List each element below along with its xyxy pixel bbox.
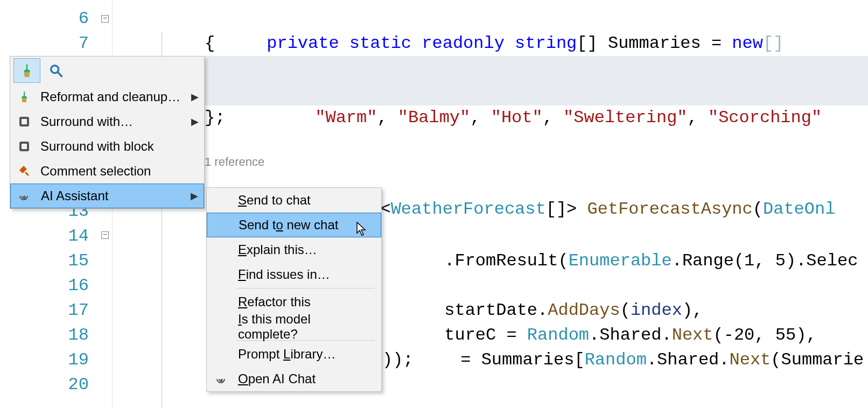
submenu-item-open-ai-chat[interactable]: Open AI Chat bbox=[207, 367, 381, 391]
svg-rect-5 bbox=[22, 119, 27, 124]
type: WeatherForecast bbox=[391, 199, 546, 219]
ai-assistant-submenu[interactable]: Send to chat Send to new chat Explain th… bbox=[206, 187, 382, 392]
spiral-icon bbox=[215, 372, 228, 385]
cleanup-tool-button[interactable] bbox=[13, 58, 40, 83]
menu-item-surround-block[interactable]: Surround with block bbox=[10, 134, 204, 159]
menu-item-comment[interactable]: Comment selection bbox=[10, 159, 204, 184]
submenu-item-find-issues[interactable]: Find issues in… bbox=[207, 262, 381, 287]
broom-icon bbox=[18, 90, 31, 103]
line-number: 16 bbox=[35, 273, 100, 298]
submenu-item-prompt-library[interactable]: Prompt Library… bbox=[207, 342, 381, 367]
type: DateOnl bbox=[763, 199, 835, 219]
text: < bbox=[380, 199, 390, 219]
fold-toggle[interactable] bbox=[101, 15, 109, 23]
line-number: 17 bbox=[35, 298, 100, 323]
broom-icon bbox=[19, 63, 34, 78]
submenu-item-refactor[interactable]: Refactor this bbox=[207, 290, 381, 314]
surround-icon bbox=[18, 115, 31, 128]
inspect-tool-button[interactable] bbox=[43, 58, 69, 83]
magnifier-icon bbox=[48, 63, 64, 78]
line-number: 6 bbox=[35, 6, 100, 31]
text: .FromResult( bbox=[444, 251, 568, 271]
submenu-item-model-complete[interactable]: Is this model complete? bbox=[207, 314, 381, 339]
line-number: 7 bbox=[35, 31, 100, 56]
submenu-arrow-icon: ▶ bbox=[191, 116, 199, 128]
submenu-item-send-to-chat[interactable]: Send to chat bbox=[207, 188, 381, 213]
menu-toolbar bbox=[10, 57, 204, 85]
code-line[interactable]: { bbox=[113, 31, 868, 56]
text: { bbox=[205, 33, 215, 53]
menu-item-reformat[interactable]: Reformat and cleanup… ▶ bbox=[10, 85, 204, 109]
text: }; bbox=[205, 108, 225, 128]
line-number: 15 bbox=[35, 249, 100, 273]
codelens-reference[interactable]: 1 reference bbox=[205, 155, 264, 169]
svg-rect-7 bbox=[22, 144, 27, 149]
hammer-icon bbox=[18, 165, 31, 178]
fold-toggle[interactable] bbox=[101, 231, 109, 239]
line-number: 20 bbox=[35, 372, 100, 397]
text: .Range(1, 5).Selec bbox=[672, 251, 858, 271]
menu-item-label: Surround with… bbox=[40, 114, 133, 129]
submenu-item-label: Explain this… bbox=[238, 242, 317, 257]
svg-rect-0 bbox=[24, 72, 29, 76]
menu-item-ai-assistant[interactable]: AI Assistant ▶ bbox=[10, 184, 204, 208]
line-number: 14 bbox=[35, 224, 100, 249]
text: )); bbox=[382, 350, 414, 370]
text: ( bbox=[753, 199, 763, 219]
submenu-item-label: Send to chat bbox=[238, 193, 311, 208]
submenu-item-label: Is this model complete? bbox=[238, 312, 372, 342]
spiral-icon bbox=[18, 189, 31, 202]
line-number: 19 bbox=[35, 348, 100, 372]
menu-item-label: AI Assistant bbox=[41, 188, 108, 203]
code-line-selected[interactable]: "Freezing", "Bracing", "Chilly", "Cool",… bbox=[113, 56, 868, 81]
menu-item-label: Comment selection bbox=[40, 164, 151, 179]
menu-separator bbox=[237, 288, 375, 289]
code-line-selected[interactable]: "Warm", "Balmy", "Hot", "Sweltering", "S… bbox=[113, 81, 868, 105]
submenu-arrow-icon: ▶ bbox=[191, 91, 199, 103]
text: []> bbox=[546, 199, 577, 219]
submenu-item-label: Send to new chat bbox=[239, 217, 338, 233]
context-menu[interactable]: Reformat and cleanup… ▶ Surround with… ▶… bbox=[10, 56, 205, 209]
svg-line-2 bbox=[58, 73, 62, 77]
svg-point-1 bbox=[51, 66, 59, 73]
type: Enumerable bbox=[569, 251, 672, 271]
menu-item-label: Reformat and cleanup… bbox=[40, 89, 180, 104]
menu-item-surround-with[interactable]: Surround with… ▶ bbox=[10, 109, 204, 134]
submenu-item-explain[interactable]: Explain this… bbox=[207, 237, 381, 262]
block-icon bbox=[18, 140, 31, 153]
submenu-item-send-to-new-chat[interactable]: Send to new chat bbox=[207, 213, 381, 237]
submenu-item-label: Find issues in… bbox=[238, 267, 330, 282]
submenu-item-label: Refactor this bbox=[238, 294, 311, 309]
submenu-item-label: Prompt Library… bbox=[238, 347, 335, 362]
code-line[interactable]: }; bbox=[113, 105, 868, 130]
submenu-item-label: Open AI Chat bbox=[238, 371, 316, 386]
svg-rect-3 bbox=[22, 98, 26, 102]
submenu-arrow-icon: ▶ bbox=[191, 190, 198, 202]
code-line[interactable]: private static readonly string[] Summari… bbox=[113, 6, 868, 31]
line-number: 18 bbox=[35, 323, 100, 348]
menu-item-label: Surround with block bbox=[40, 139, 154, 154]
method: GetForecastAsync bbox=[587, 199, 753, 219]
